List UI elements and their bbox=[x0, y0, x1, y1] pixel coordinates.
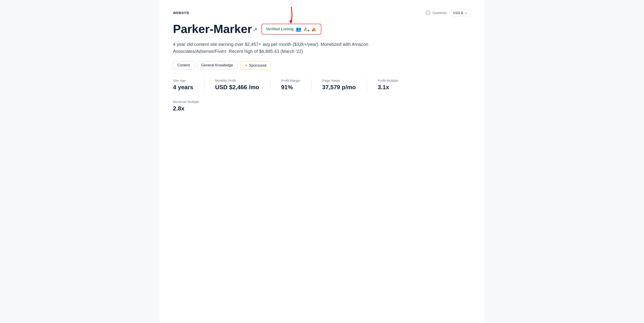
site-description: 4 year old content site earning over $2,… bbox=[173, 41, 376, 55]
stat-profit-multiple: Profit Multiple 3.1x bbox=[367, 78, 409, 91]
svg-rect-2 bbox=[312, 29, 313, 31]
svg-marker-0 bbox=[289, 20, 292, 24]
profit-multiple-value: 3.1x bbox=[378, 84, 398, 91]
profit-multiple-label: Profit Multiple bbox=[378, 78, 398, 82]
tag-sponsored[interactable]: ★ Sponsored bbox=[240, 61, 271, 70]
page-views-label: Page Views bbox=[322, 78, 356, 82]
info-icon[interactable]: i bbox=[426, 10, 430, 15]
page-views-value: 37,579 p/mo bbox=[322, 84, 356, 91]
stat-profit-margin: Profit Margin 91% bbox=[270, 78, 311, 91]
revenue-multiple-value: 2.8x bbox=[173, 105, 471, 112]
arrow-annotation bbox=[284, 6, 298, 25]
verified-badge: Verified Listing 👥 bbox=[262, 24, 321, 34]
stat-site-age: Site Age 4 years bbox=[173, 78, 204, 91]
site-age-label: Site Age bbox=[173, 78, 193, 82]
google-ads-icon bbox=[304, 27, 310, 32]
site-title: Parker-Marker↗ bbox=[173, 22, 257, 36]
svg-rect-4 bbox=[315, 28, 316, 31]
verified-listing-text: Verified Listing bbox=[266, 27, 294, 32]
site-age-value: 4 years bbox=[173, 84, 193, 91]
profit-margin-label: Profit Margin bbox=[281, 78, 300, 82]
profit-margin-value: 91% bbox=[281, 84, 300, 91]
revenue-multiple-label: Revenue Multiple bbox=[173, 100, 471, 104]
svg-point-1 bbox=[308, 30, 310, 32]
stat-page-views: Page Views 37,579 p/mo bbox=[311, 78, 367, 91]
tag-general-knowledge[interactable]: General Knowledge bbox=[197, 61, 237, 70]
bar-chart-icon bbox=[312, 27, 317, 32]
revenue-multiple-section: Revenue Multiple 2.8x bbox=[173, 100, 471, 112]
people-icon: 👥 bbox=[296, 26, 302, 32]
currency-section: i Currency: USD $ ⌄ bbox=[426, 9, 471, 16]
stats-row: Site Age 4 years Monthly Profit USD $2,4… bbox=[173, 78, 471, 91]
title-row: Parker-Marker↗ Verified Listing 👥 bbox=[173, 22, 471, 36]
sponsored-label: Sponsored bbox=[249, 64, 266, 68]
stat-monthly-profit: Monthly Profit USD $2,466 /mo bbox=[204, 78, 270, 91]
verified-text-wrap: Verified Listing 👥 bbox=[266, 26, 317, 32]
page-container: WEBSITE i Currency: USD $ ⌄ Parker-Marke… bbox=[160, 0, 484, 323]
chevron-down-icon: ⌄ bbox=[465, 10, 468, 15]
monthly-profit-value: USD $2,466 /mo bbox=[215, 84, 259, 91]
monthly-profit-label: Monthly Profit bbox=[215, 78, 259, 82]
title-and-badge: Parker-Marker↗ Verified Listing 👥 bbox=[173, 22, 321, 36]
svg-rect-3 bbox=[313, 28, 314, 31]
external-link-icon[interactable]: ↗ bbox=[253, 27, 257, 32]
tag-content[interactable]: Content bbox=[173, 61, 194, 70]
tags-row: Content General Knowledge ★ Sponsored bbox=[173, 61, 471, 70]
website-label: WEBSITE bbox=[173, 11, 190, 15]
currency-label: Currency: bbox=[433, 11, 447, 15]
star-icon: ★ bbox=[244, 63, 248, 68]
currency-selector[interactable]: USD $ ⌄ bbox=[450, 9, 471, 16]
top-bar: WEBSITE i Currency: USD $ ⌄ bbox=[173, 9, 471, 16]
currency-value: USD $ bbox=[453, 11, 463, 15]
